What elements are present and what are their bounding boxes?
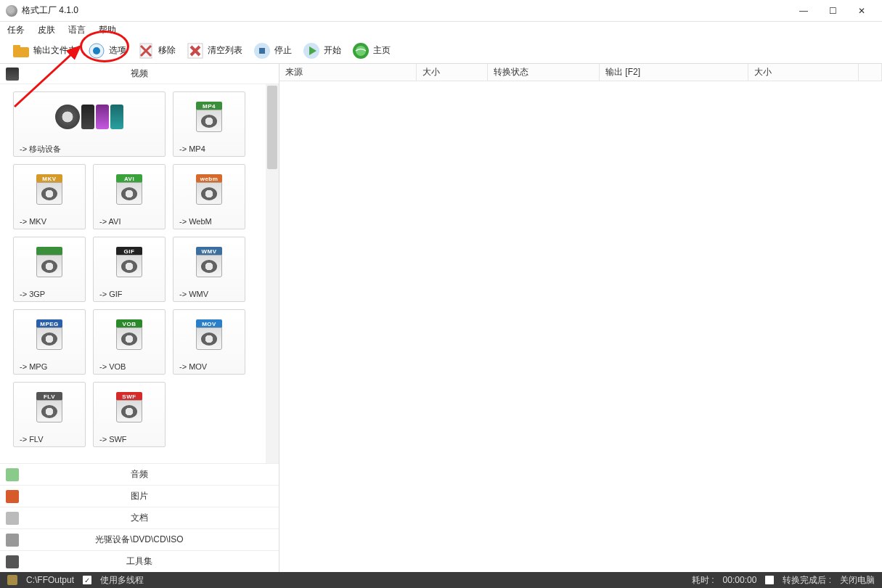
format-tile-mpg[interactable]: MPEG-> MPG [13, 309, 86, 375]
category-icon [6, 490, 19, 503]
home-label: 主页 [373, 44, 391, 57]
category-row-文档[interactable]: 文档 [0, 507, 279, 528]
format-label: -> WebM [173, 214, 245, 229]
clear-label: 清空列表 [208, 44, 242, 57]
toolbar: 输出文件夹选项移除清空列表停止开始主页 [0, 38, 882, 64]
format-label: -> MOV [173, 359, 245, 374]
category-row-光驱设备\DVD\CD\ISO[interactable]: 光驱设备\DVD\CD\ISO [0, 528, 279, 550]
format-tile-3gp[interactable]: -> 3GP [13, 237, 86, 302]
category-label: 工具集 [25, 555, 273, 568]
menu-help[interactable]: 帮助 [99, 24, 116, 36]
remove-label: 移除 [158, 44, 176, 57]
format-tile-gif[interactable]: GIF-> GIF [93, 237, 166, 302]
format-tile-wmv[interactable]: WMV-> WMV [173, 237, 245, 302]
close-button[interactable]: ✕ [847, 1, 876, 21]
menu-skin[interactable]: 皮肤 [38, 24, 55, 36]
format-tile-[interactable]: -> 移动设备 [13, 91, 166, 157]
category-label: 图片 [25, 490, 273, 502]
format-label: -> VOB [94, 359, 165, 374]
multithread-checkbox[interactable]: ✓ [83, 576, 91, 584]
column-输出 [F2][interactable]: 输出 [F2] [600, 64, 748, 81]
format-icon: AVI [94, 165, 165, 214]
start-button[interactable]: 开始 [298, 40, 346, 62]
format-label: -> 移动设备 [14, 142, 165, 156]
format-label: -> FLV [14, 432, 85, 446]
category-icon [6, 555, 19, 568]
format-tile-webm[interactable]: webm-> WebM [173, 164, 245, 229]
main-area: 视频 -> 移动设备MP4-> MP4MKV-> MKVAVI-> AVIweb… [0, 64, 882, 572]
app-icon [6, 5, 17, 17]
output-path[interactable]: C:\FFOutput [26, 575, 74, 585]
format-label: -> MPG [14, 359, 85, 374]
home-button[interactable]: 主页 [347, 40, 395, 62]
output-folder-icon [12, 41, 30, 60]
format-tile-vob[interactable]: VOB-> VOB [93, 309, 166, 375]
clear-button[interactable]: 清空列表 [181, 40, 247, 62]
format-label: -> MP4 [173, 142, 245, 156]
after-value: 关闭电脑 [840, 574, 875, 587]
format-icon [14, 92, 165, 142]
category-icon [6, 534, 19, 547]
maximize-button[interactable]: ☐ [818, 1, 847, 21]
menubar: 任务 皮肤 语言 帮助 [0, 22, 882, 38]
column-来源[interactable]: 来源 [279, 64, 417, 81]
format-icon: MKV [14, 165, 85, 214]
task-list[interactable] [279, 81, 882, 572]
scrollbar-thumb[interactable] [267, 86, 277, 169]
category-icon [6, 512, 19, 525]
output-folder-icon[interactable] [7, 575, 17, 585]
category-icon [6, 468, 19, 481]
svg-rect-0 [13, 47, 29, 57]
options-button[interactable]: 选项 [83, 40, 131, 62]
shutdown-checkbox[interactable]: . [765, 576, 774, 584]
left-scrollbar[interactable] [266, 84, 279, 463]
format-label: -> 3GP [14, 287, 85, 301]
output-folder-button[interactable]: 输出文件夹 [7, 40, 81, 62]
elapsed-label: 耗时 : [692, 574, 714, 587]
format-icon: webm [173, 165, 245, 214]
options-icon [87, 41, 106, 60]
format-icon: MPEG [14, 310, 85, 359]
format-icon: SWF [94, 383, 165, 432]
output-folder-label: 输出文件夹 [33, 44, 77, 57]
format-tile-swf[interactable]: SWF-> SWF [93, 382, 166, 447]
category-row-图片[interactable]: 图片 [0, 485, 279, 507]
options-label: 选项 [109, 44, 126, 57]
format-tile-mp4[interactable]: MP4-> MP4 [173, 91, 245, 157]
format-label: -> MKV [14, 214, 85, 229]
column-大小[interactable]: 大小 [748, 64, 859, 81]
format-tile-flv[interactable]: FLV-> FLV [13, 382, 86, 447]
format-label: -> WMV [173, 287, 245, 301]
format-icon: FLV [14, 383, 85, 432]
category-video-header[interactable]: 视频 [0, 64, 279, 84]
format-label: -> AVI [94, 214, 165, 229]
svg-point-14 [356, 46, 366, 56]
column-大小[interactable]: 大小 [417, 64, 488, 81]
category-label: 光驱设备\DVD\CD\ISO [25, 534, 273, 546]
format-label: -> GIF [94, 287, 165, 301]
format-tile-avi[interactable]: AVI-> AVI [93, 164, 166, 229]
stop-icon [253, 41, 271, 60]
svg-rect-11 [259, 48, 265, 54]
window-title: 格式工厂 4.1.0 [22, 4, 789, 17]
format-icon: MP4 [173, 92, 245, 142]
category-label: 音频 [25, 468, 273, 481]
remove-button[interactable]: 移除 [132, 40, 180, 62]
format-tile-mov[interactable]: MOV-> MOV [173, 309, 245, 375]
column-spacer [859, 64, 882, 81]
category-row-音频[interactable]: 音频 [0, 463, 279, 485]
stop-button[interactable]: 停止 [248, 40, 296, 62]
after-label: 转换完成后 : [783, 574, 831, 587]
titlebar: 格式工厂 4.1.0 — ☐ ✕ [0, 0, 882, 22]
format-label: -> SWF [94, 432, 165, 446]
video-format-grid: -> 移动设备MP4-> MP4MKV-> MKVAVI-> AVIwebm->… [0, 84, 266, 463]
minimize-button[interactable]: — [789, 1, 818, 21]
format-icon: WMV [173, 237, 245, 287]
column-转换状态[interactable]: 转换状态 [488, 64, 600, 81]
format-icon: VOB [94, 310, 165, 359]
start-label: 开始 [324, 44, 341, 57]
menu-task[interactable]: 任务 [7, 24, 25, 36]
menu-language[interactable]: 语言 [68, 24, 86, 36]
category-row-工具集[interactable]: 工具集 [0, 550, 279, 572]
format-tile-mkv[interactable]: MKV-> MKV [13, 164, 86, 229]
